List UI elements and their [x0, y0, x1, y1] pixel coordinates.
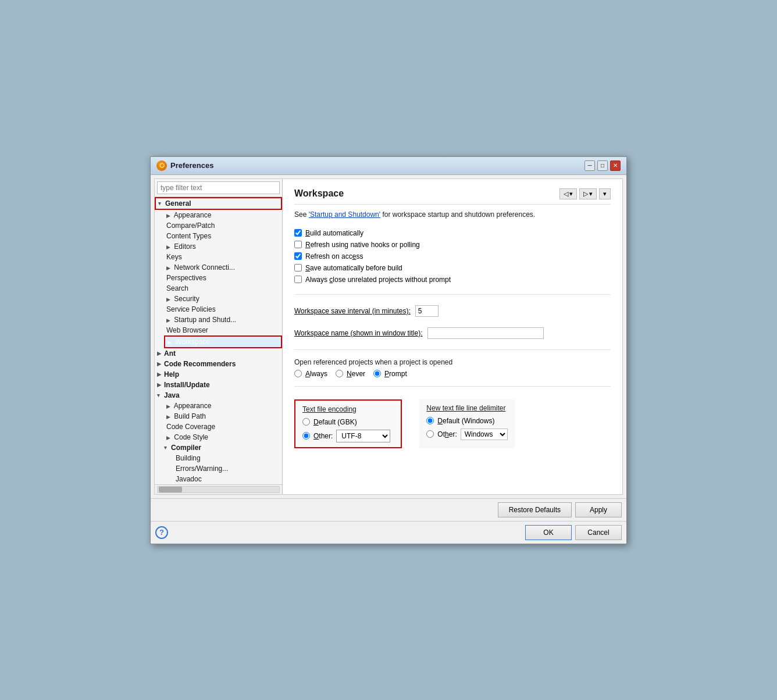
back-icon: ◁ — [564, 190, 568, 198]
sidebar-item-web-browser[interactable]: Web Browser — [164, 325, 282, 335]
maximize-button[interactable]: □ — [597, 160, 608, 171]
arrow-java-appearance: ▶ — [166, 403, 172, 409]
encoding-section: Text file encoding Default (GBK) — [294, 399, 611, 448]
delimiter-default-radio[interactable] — [426, 417, 434, 424]
sidebar-item-editors[interactable]: ▶ Editors — [164, 241, 282, 252]
sidebar-item-java[interactable]: ▾ Java — [155, 390, 282, 401]
nav-menu-button[interactable]: ▾ — [599, 188, 611, 199]
horizontal-scrollbar[interactable] — [155, 484, 282, 494]
close-button[interactable]: ✕ — [610, 160, 621, 171]
delimiter-other-radio[interactable] — [426, 430, 434, 438]
radio-never: Never — [336, 370, 365, 378]
back-dropdown-icon: ▾ — [569, 190, 573, 198]
save-interval-label: Workspace save interval (in minutes): — [294, 307, 411, 315]
description-prefix: See — [294, 210, 306, 219]
encoding-title: Text file encoding — [302, 405, 394, 413]
startup-shutdown-link[interactable]: 'Startup and Shutdown' — [309, 210, 380, 219]
sidebar-item-errors-warnings[interactable]: Errors/Warning... — [173, 463, 282, 474]
expand-arrow-general: ▾ — [158, 201, 164, 206]
sidebar-item-startup-shutdown[interactable]: ▶ Startup and Shutd... — [164, 315, 282, 325]
encoding-other-select[interactable]: UTF-8 UTF-16 ISO-8859-1 US-ASCII — [336, 430, 390, 442]
encoding-default-radio[interactable] — [302, 418, 310, 426]
ok-cancel-row: ? OK Cancel — [151, 521, 626, 544]
arrow-install: ▶ — [157, 382, 163, 388]
checkbox-refresh-access-input[interactable] — [294, 252, 302, 260]
checkbox-close-unrelated: Always close unrelated projects without … — [294, 276, 611, 284]
arrow-java: ▾ — [157, 392, 163, 398]
checkbox-save-auto: Save automatically before build — [294, 264, 611, 272]
sidebar-item-general[interactable]: ▾ General — [155, 197, 282, 210]
encoding-other-radio[interactable] — [302, 432, 310, 440]
sidebar-item-appearance[interactable]: ▶ Appearance — [164, 210, 282, 220]
checkbox-close-unrelated-input[interactable] — [294, 276, 302, 283]
sidebar-item-java-appearance[interactable]: ▶ Appearance — [164, 401, 282, 411]
checkbox-refresh-native-label: Refresh using native hooks or polling — [305, 241, 420, 249]
minimize-button[interactable]: ─ — [584, 160, 595, 171]
radio-prompt-label: Prompt — [384, 370, 407, 378]
arrow-security: ▶ — [166, 297, 172, 302]
sidebar-item-compiler[interactable]: ▾ Compiler — [164, 442, 282, 453]
sidebar-item-ant[interactable]: ▶ Ant — [155, 348, 282, 359]
sidebar-item-java-build-path[interactable]: ▶ Build Path — [164, 411, 282, 422]
encoding-radio-group: Default (GBK) Other: UTF-8 UTF- — [302, 418, 394, 442]
arrow-compiler: ▾ — [164, 445, 170, 451]
sidebar-label-help: Help — [164, 370, 179, 378]
sidebar-item-compare-patch[interactable]: Compare/Patch — [164, 220, 282, 231]
radio-never-input[interactable] — [336, 370, 343, 377]
sidebar-item-building[interactable]: Building — [173, 453, 282, 463]
java-children: ▶ Appearance ▶ Build Path Code Coverage … — [155, 401, 282, 484]
sidebar-label-code-recommenders: Code Recommenders — [164, 360, 236, 368]
encoding-default-label: Default (GBK) — [313, 418, 357, 426]
app-icon: ⬡ — [156, 160, 167, 171]
line-delimiter-radio-group: Default (Windows) Other: Windows — [426, 417, 507, 440]
open-projects-section: Open referenced projects when a project … — [294, 358, 611, 378]
save-interval-input[interactable] — [415, 305, 439, 317]
sidebar-item-java-code-style[interactable]: ▶ Code Style — [164, 432, 282, 442]
delimiter-other-label: Other: — [437, 430, 457, 438]
sidebar-item-install-update[interactable]: ▶ Install/Update — [155, 380, 282, 390]
sidebar-item-search[interactable]: Search — [164, 283, 282, 294]
back-button[interactable]: ◁ ▾ — [559, 188, 577, 199]
apply-button[interactable]: Apply — [575, 502, 622, 517]
checkbox-build-auto-input[interactable] — [294, 229, 302, 237]
radio-always-input[interactable] — [294, 370, 302, 377]
sidebar-item-service-policies[interactable]: Service Policies — [164, 304, 282, 315]
search-input[interactable] — [157, 181, 280, 194]
checkbox-refresh-native-input[interactable] — [294, 241, 302, 248]
arrow-appearance: ▶ — [166, 213, 172, 219]
preferences-dialog: ⬡ Preferences ─ □ ✕ ▾ General — [150, 156, 627, 544]
forward-dropdown-icon: ▾ — [589, 190, 593, 198]
radio-always: Always — [294, 370, 327, 378]
forward-button[interactable]: ▷ ▾ — [579, 188, 597, 199]
workspace-name-input[interactable] — [427, 327, 544, 339]
radio-prompt-input[interactable] — [373, 370, 381, 377]
separator-1 — [294, 294, 611, 295]
sidebar-label-compiler: Compiler — [171, 444, 201, 452]
ok-button[interactable]: OK — [525, 525, 572, 540]
window-title: Preferences — [170, 161, 213, 170]
checkbox-build-auto: Build automatically — [294, 229, 611, 237]
help-button[interactable]: ? — [155, 526, 168, 539]
sidebar-item-keys[interactable]: Keys — [164, 252, 282, 262]
arrow-java-code-style: ▶ — [166, 435, 172, 441]
delimiter-other-select[interactable]: Windows Unix Mac OS X — [461, 428, 508, 440]
save-interval-row: Workspace save interval (in minutes): — [294, 305, 611, 317]
h-scroll-track[interactable] — [157, 486, 280, 493]
tree-area: ▾ General ▶ Appearance Compare/Patch Con… — [155, 197, 282, 484]
nav-menu-icon: ▾ — [603, 190, 607, 198]
sidebar-item-content-types[interactable]: Content Types — [164, 231, 282, 241]
cancel-button[interactable]: Cancel — [575, 525, 622, 540]
checkbox-save-auto-input[interactable] — [294, 264, 302, 272]
sidebar-item-security[interactable]: ▶ Security — [164, 294, 282, 304]
sidebar-item-code-recommenders[interactable]: ▶ Code Recommenders — [155, 359, 282, 369]
content-header: Workspace ◁ ▾ ▷ ▾ ▾ — [294, 188, 611, 205]
sidebar-item-javadoc[interactable]: Javadoc — [173, 474, 282, 484]
sidebar-item-perspectives[interactable]: Perspectives — [164, 273, 282, 283]
sidebar-item-help[interactable]: ▶ Help — [155, 369, 282, 380]
sidebar-item-workspace[interactable]: ▶ Workspace — [164, 335, 282, 348]
sidebar-item-network[interactable]: ▶ Network Connecti... — [164, 262, 282, 273]
restore-defaults-button[interactable]: Restore Defaults — [498, 502, 572, 517]
text-file-encoding-box: Text file encoding Default (GBK) — [294, 399, 402, 448]
sidebar-item-java-code-coverage[interactable]: Code Coverage — [164, 422, 282, 432]
h-scroll-thumb[interactable] — [159, 487, 182, 492]
